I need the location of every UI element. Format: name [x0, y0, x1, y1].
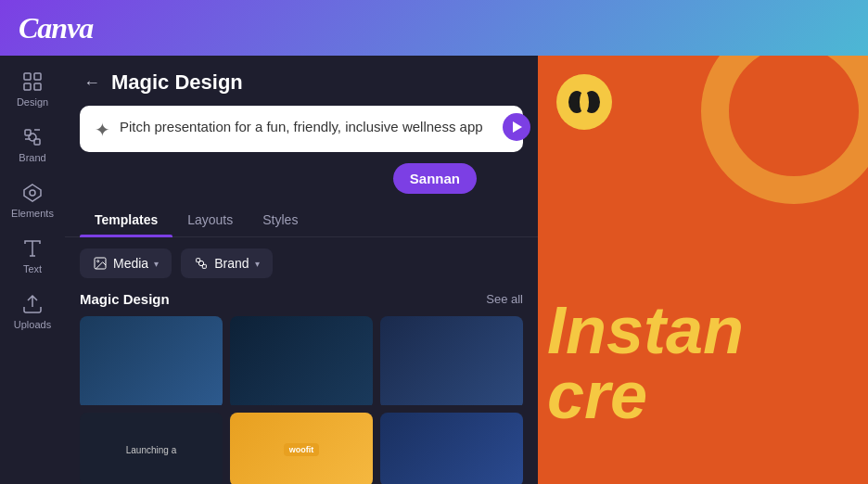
svg-rect-1 — [34, 73, 41, 80]
svg-rect-2 — [24, 83, 31, 90]
template-card[interactable] — [230, 316, 373, 405]
brand-filter-label: Brand — [214, 256, 249, 271]
text-icon — [21, 237, 44, 260]
sidebar-item-design-label: Design — [17, 96, 48, 108]
section-title: Magic Design — [80, 291, 170, 307]
svg-point-9 — [97, 261, 99, 262]
preview-headline-1: Instan — [547, 297, 744, 363]
back-button[interactable]: ← — [83, 73, 100, 93]
preview-headline-2: cre — [547, 362, 647, 428]
panel-header: ← Magic Design — [65, 56, 538, 106]
canva-logo: Canva — [19, 11, 93, 45]
header: Canva — [0, 0, 868, 56]
logo-icon — [566, 83, 603, 121]
circle-decoration — [701, 56, 868, 204]
template-card[interactable]: Launching a — [80, 413, 223, 484]
brand-chevron-icon: ▾ — [255, 259, 260, 269]
see-all-link[interactable]: See all — [486, 292, 523, 306]
send-button[interactable] — [503, 113, 530, 141]
media-chevron-icon: ▾ — [154, 259, 159, 269]
template-card[interactable] — [380, 316, 523, 405]
tab-layouts[interactable]: Layouts — [172, 205, 248, 236]
template-card[interactable]: woofit — [230, 413, 373, 484]
filter-row: Media ▾ Brand ▾ — [65, 248, 538, 278]
filter-brand-button[interactable]: Brand ▾ — [181, 248, 272, 278]
panel-title: Magic Design — [111, 70, 243, 95]
tabs-row: Templates Layouts Styles — [65, 205, 538, 237]
sidebar-item-elements-label: Elements — [11, 208, 54, 219]
woofit-badge: woofit — [284, 443, 320, 456]
template-card[interactable] — [80, 316, 223, 405]
preview-background: Instan cre — [538, 56, 868, 484]
brand-logo — [556, 74, 612, 130]
sidebar-item-brand-label: Brand — [19, 152, 45, 163]
brand-filter-icon — [194, 256, 209, 271]
image-icon — [93, 256, 108, 271]
tab-styles[interactable]: Styles — [248, 205, 313, 236]
sidebar-item-text[interactable]: Text — [5, 230, 60, 282]
elements-icon — [21, 182, 44, 204]
filter-media-button[interactable]: Media ▾ — [80, 248, 172, 278]
main-content: Design Brand Elements Text — [0, 56, 868, 484]
preview-area: Instan cre — [538, 56, 868, 484]
sidebar-item-text-label: Text — [23, 263, 42, 274]
user-badge: Sannan — [393, 163, 477, 194]
search-text: Pitch presentation for a fun, friendly, … — [120, 117, 508, 136]
sidebar-item-uploads[interactable]: Uploads — [5, 286, 60, 338]
tab-templates[interactable]: Templates — [80, 205, 172, 236]
svg-rect-0 — [24, 73, 31, 80]
svg-point-7 — [30, 190, 35, 196]
sidebar-item-design[interactable]: Design — [5, 63, 60, 115]
panel: ← Magic Design ✦ Pitch presentation for … — [65, 56, 538, 484]
sidebar: Design Brand Elements Text — [0, 56, 65, 484]
section-header: Magic Design See all — [65, 291, 538, 307]
launching-label: Launching a — [126, 445, 177, 455]
bottom-templates: Launching a woofit — [65, 405, 538, 484]
media-filter-label: Media — [113, 256, 148, 271]
search-box: ✦ Pitch presentation for a fun, friendly… — [80, 106, 523, 152]
sidebar-item-brand[interactable]: Brand — [5, 119, 60, 171]
template-grid — [65, 316, 538, 405]
sidebar-item-uploads-label: Uploads — [14, 319, 51, 330]
svg-point-15 — [580, 91, 589, 113]
template-card[interactable] — [380, 413, 523, 484]
layout-icon — [21, 70, 44, 93]
uploads-icon — [21, 293, 44, 315]
brand-icon — [21, 126, 44, 148]
svg-rect-3 — [34, 83, 41, 90]
sidebar-item-elements[interactable]: Elements — [5, 174, 60, 226]
magic-search-icon: ✦ — [95, 119, 110, 141]
